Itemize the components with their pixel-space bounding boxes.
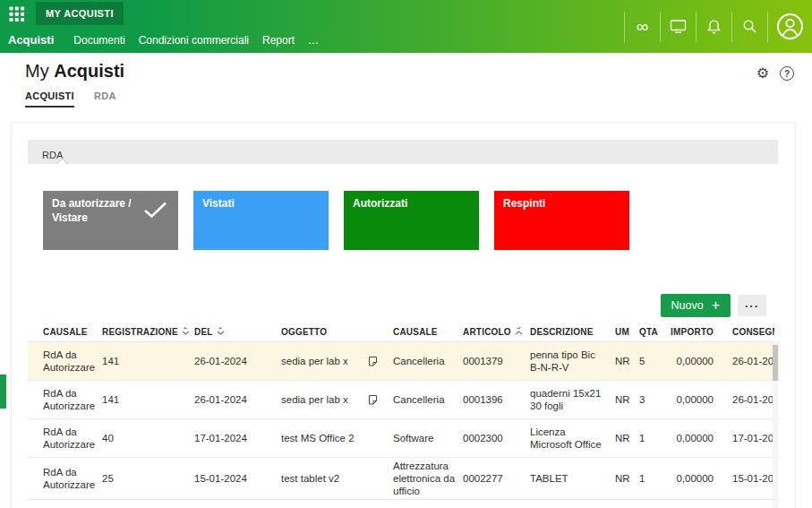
column-header-oggetto[interactable]: OGGETTO [281, 327, 362, 337]
column-header-importo[interactable]: IMPORTO [671, 327, 721, 337]
table-row[interactable]: RdA da Autorizzare14126-01-2024sedia per… [28, 341, 780, 380]
side-tab[interactable] [0, 375, 6, 409]
vertical-scrollbar[interactable] [773, 341, 778, 508]
cell-registrazione: 141 [102, 381, 194, 418]
cell-causale: RdA da Autorizzare [28, 381, 102, 418]
column-header-registrazione[interactable]: REGISTRAZIONE2 [102, 327, 194, 337]
cell-del: 17-01-2024 [194, 419, 281, 457]
status-tiles: Da autorizzare / Vistare Vistati Autoriz… [43, 191, 629, 250]
cell-qta: 1 [634, 458, 671, 499]
column-label: CONSEGNA [732, 327, 774, 337]
cell-um: NR [610, 419, 634, 457]
column-label: IMPORTO [671, 327, 714, 337]
gear-icon[interactable]: ⚙ [756, 66, 769, 81]
tile-vistati[interactable]: Vistati [193, 191, 329, 250]
app-launcher-icon[interactable] [9, 6, 25, 26]
check-icon [143, 201, 167, 223]
sort-indicator: 2 [182, 327, 190, 336]
sort-indicator: 3 [515, 327, 523, 336]
cell-descrizione: Licenza Microsoft Office [530, 419, 610, 457]
page-header-icons: ⚙ ? [756, 66, 794, 81]
cell-causale: RdA da Autorizzare [28, 500, 102, 508]
table-row[interactable]: RdA da Autorizzare4017-01-2024test MS Of… [28, 418, 780, 457]
tile-label: Da autorizzare / Vistare [52, 197, 132, 224]
cell-descrizione: quaderni 15x21 30 fogli [530, 381, 610, 418]
column-header-descrizione[interactable]: DESCRIZIONE [530, 327, 610, 337]
nav-item-documenti[interactable]: Documenti [73, 34, 124, 47]
nav-item-condizioni-commerciali[interactable]: Condizioni commerciali [139, 34, 249, 47]
cell-causale2: Cancelleria [393, 342, 463, 380]
column-header-consegna[interactable]: CONSEGNA [721, 327, 774, 337]
column-label: QTA [639, 327, 658, 337]
cell-qta: 1 [634, 419, 671, 457]
new-button[interactable]: Nuovo + [661, 294, 731, 317]
column-header-articolo[interactable]: ARTICOLO3 [463, 327, 530, 337]
tile-label: Respinti [503, 197, 545, 210]
avatar[interactable] [768, 13, 812, 40]
cell-importo: 0,00000 [671, 381, 721, 418]
note-icon[interactable] [362, 381, 393, 418]
table-row[interactable]: RdA da Autorizzare2515-01-2024test table… [28, 457, 780, 499]
table-header: CAUSALEREGISTRAZIONE2DEL1OGGETTOCAUSALEA… [28, 322, 780, 341]
cell-note [362, 500, 393, 508]
tile-respinti[interactable]: Respinti [494, 191, 629, 250]
more-button[interactable]: ··· [738, 295, 766, 316]
cell-oggetto: test tablet v2 [281, 458, 362, 499]
tile-da-autorizzare[interactable]: Da autorizzare / Vistare [43, 191, 178, 250]
rda-section-header[interactable]: RDA [28, 140, 778, 164]
tab-rda[interactable]: RDA [94, 90, 116, 108]
rda-table: CAUSALEREGISTRAZIONE2DEL1OGGETTOCAUSALEA… [28, 322, 780, 508]
nav-item-report[interactable]: Report [262, 34, 295, 47]
sort-indicator: 1 [217, 327, 225, 336]
tile-autorizzati[interactable]: Autorizzati [344, 191, 479, 250]
column-label: CAUSALE [43, 327, 88, 337]
column-label: OGGETTO [281, 327, 327, 337]
column-label: CAUSALE [393, 327, 438, 337]
topbar: MY ACQUISTI Acquisti Documenti Condizion… [0, 0, 812, 53]
tile-label: Vistati [202, 197, 235, 210]
cell-registrazione: 25 [102, 458, 194, 499]
column-header-del[interactable]: DEL1 [194, 327, 281, 337]
monitor-icon[interactable] [661, 19, 696, 34]
help-icon[interactable]: ? [780, 66, 794, 81]
cell-um: NR [610, 500, 634, 508]
bell-icon[interactable] [697, 19, 731, 35]
rda-panel: RDA Da autorizzare / Vistare Vistati Aut… [11, 122, 796, 508]
plus-icon: + [712, 298, 720, 313]
column-label: ARTICOLO [463, 327, 511, 337]
column-label: REGISTRAZIONE [102, 327, 178, 337]
cell-causale2: Attrezzatura elettronica da ufficio [393, 458, 463, 499]
cell-qta: 3 [634, 381, 671, 418]
cell-del: 26-01-2024 [194, 381, 281, 418]
cell-qta: 5 [634, 342, 671, 380]
tab-acquisti[interactable]: ACQUISTI [25, 90, 74, 108]
scrollbar-thumb[interactable] [773, 345, 778, 381]
cell-note [362, 419, 393, 457]
table-row[interactable]: RdA da Autorizzare310-01-2024fix 3.5Altr… [28, 499, 780, 508]
column-header-causale2[interactable]: CAUSALE [393, 327, 463, 337]
column-label: DESCRIZIONE [530, 327, 594, 337]
table-toolbar: Nuovo + ··· [661, 294, 766, 317]
cell-articolo: 0001396 [463, 381, 530, 418]
cell-causale2: Cancelleria [393, 381, 463, 418]
cell-articolo: 0002277 [463, 458, 530, 499]
cell-articolo: 0001379 [463, 342, 530, 380]
cell-descrizione: penna tipo Bic B-N-R-V [530, 342, 610, 380]
nav-item-acquisti[interactable]: Acquisti [8, 33, 54, 47]
tile-label: Autorizzati [353, 197, 407, 210]
column-header-um[interactable]: UM [610, 327, 634, 337]
cell-note [362, 458, 393, 499]
note-icon[interactable] [362, 342, 393, 380]
table-row[interactable]: RdA da Autorizzare14126-01-2024sedia per… [28, 380, 780, 418]
infinity-icon[interactable]: ∞ [625, 18, 660, 35]
app-badge[interactable]: MY ACQUISTI [36, 2, 124, 25]
column-header-causale[interactable]: CAUSALE [28, 327, 102, 337]
nav-item-overflow[interactable]: … [308, 34, 319, 47]
cell-oggetto: test MS Office 2 [281, 419, 362, 457]
column-header-qta[interactable]: QTA [634, 327, 671, 337]
cell-consegna: 15-01-2024 [721, 458, 774, 499]
cell-descrizione: TABLET [530, 458, 610, 499]
search-icon[interactable] [732, 19, 767, 34]
page-title: My Acquisti [25, 61, 124, 82]
cell-consegna: 10-01-2024 [721, 500, 774, 508]
